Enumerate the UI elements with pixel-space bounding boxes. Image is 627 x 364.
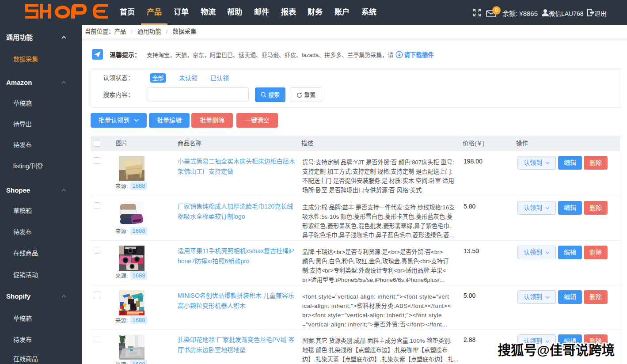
svg-text:搜狐号@佳哥说跨境: 搜狐号@佳哥说跨境	[498, 343, 615, 357]
